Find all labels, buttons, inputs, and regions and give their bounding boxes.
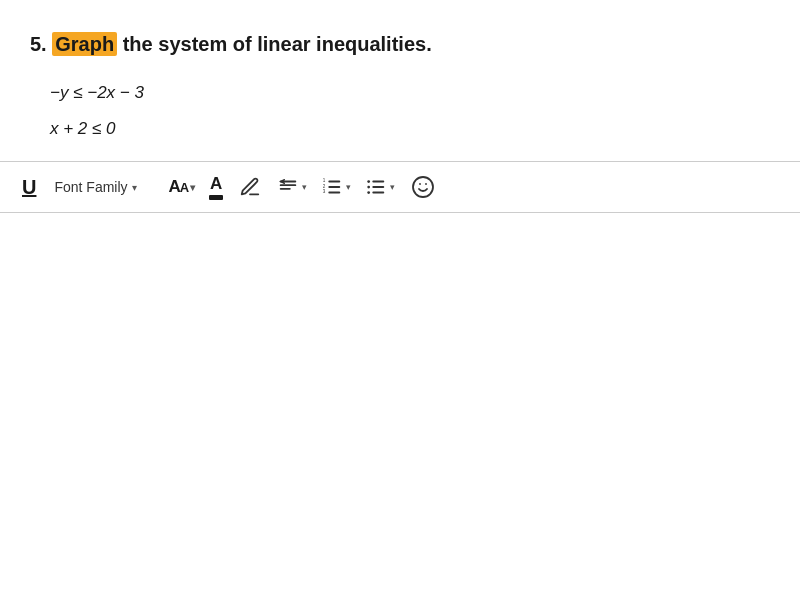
font-family-arrow-icon: ▾ [132,182,137,193]
highlight-graph: Graph [52,32,117,56]
font-color-dot [209,195,223,200]
font-size-label: AA [168,177,188,197]
equation-2: x + 2 ≤ 0 [50,116,770,142]
unordered-list-icon [365,176,387,198]
unordered-list-button[interactable]: ▾ [361,172,399,202]
equations-block: −y ≤ −2x − 3 x + 2 ≤ 0 [50,80,770,141]
unordered-list-arrow-icon: ▾ [390,182,395,192]
line-spacing-button[interactable]: ▾ [273,172,311,202]
ordered-list-button[interactable]: 1 2 3 ▾ [317,172,355,202]
font-family-label: Font Family [54,179,127,195]
question-number: 5. [30,33,47,55]
page-container: 5. Graph the system of linear inequaliti… [0,0,800,610]
font-size-dropdown[interactable]: AA ▾ [164,173,199,201]
font-size-arrow-icon: ▾ [190,182,195,193]
content-area: 5. Graph the system of linear inequaliti… [0,0,800,141]
toolbar: U Font Family ▾ AA ▾ A [0,162,800,213]
font-family-dropdown[interactable]: Font Family ▾ [48,175,158,199]
emoji-button[interactable] [405,173,441,201]
emoji-icon [411,175,435,199]
underline-button[interactable]: U [16,174,42,201]
font-color-button[interactable]: A [205,172,227,202]
line-spacing-arrow-icon: ▾ [302,182,307,192]
ordered-list-arrow-icon: ▾ [346,182,351,192]
svg-text:2: 2 [323,184,326,189]
svg-point-15 [413,177,433,197]
svg-point-12 [367,180,370,183]
font-color-letter: A [210,174,222,194]
equation-1: −y ≤ −2x − 3 [50,80,770,106]
svg-text:3: 3 [323,189,326,194]
line-spacing-icon [277,176,299,198]
pencil-icon [239,176,261,198]
svg-point-14 [367,191,370,194]
underline-label: U [22,176,36,199]
ordered-list-icon: 1 2 3 [321,176,343,198]
question-text: the system of linear inequalities. [117,33,432,55]
highlight-button[interactable] [233,172,267,202]
question-title: 5. Graph the system of linear inequaliti… [30,30,770,58]
svg-text:1: 1 [323,178,326,183]
svg-point-13 [367,186,370,189]
